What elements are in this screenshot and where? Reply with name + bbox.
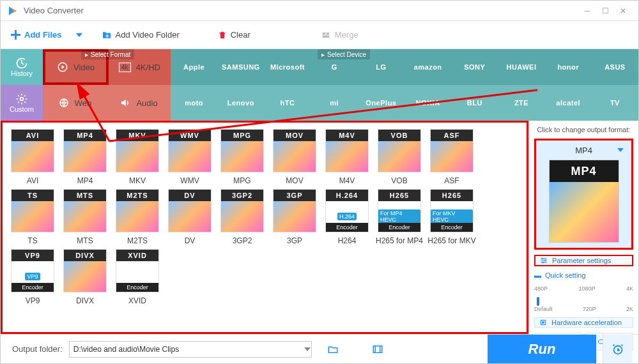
chip-icon [539,318,548,327]
toolbar: Add Files Add Video Folder Clear Merge [1,21,638,49]
quick-setting-header: ▬ Quick setting [534,271,633,279]
brand-nokia[interactable]: NOKIA [404,85,451,121]
app-title: Video Converter [24,6,578,15]
format-vob[interactable]: VOBVOB [374,129,424,185]
format-m2ts[interactable]: M2TSM2TS [112,189,162,245]
current-format-label: MP4 [575,146,592,155]
folder-plus-icon [102,30,112,40]
format-avi[interactable]: AVIAVI [8,129,58,185]
add-folder-label: Add Video Folder [116,30,180,40]
format-asf[interactable]: ASFASF [427,129,477,185]
brand-alcatel[interactable]: alcatel [545,85,592,121]
brand-samsung[interactable]: SAMSUNG [217,49,264,85]
add-folder-button[interactable]: Add Video Folder [95,24,186,47]
format-mkv[interactable]: MKVMKV [112,129,162,185]
output-folder-input[interactable] [69,341,312,358]
format-xvid[interactable]: XVIDEncoderXVID [112,249,162,305]
brand-oneplus[interactable]: OnePlus [358,85,404,121]
brand-apple[interactable]: Apple [171,49,217,85]
history-icon [15,57,28,70]
svg-point-3 [542,258,543,259]
brand-htc[interactable]: hTC [264,85,311,121]
format-dv[interactable]: DVDV [165,189,215,245]
gear-icon [15,93,28,105]
sliders-icon [539,256,548,265]
tab-web[interactable]: Web [43,85,107,121]
dash-icon: ▬ [534,271,541,279]
brand-mi[interactable]: mi [311,85,358,121]
hardware-acceleration-button[interactable]: Hardware acceleration [534,317,633,328]
film-button[interactable] [368,340,387,359]
svg-rect-7 [542,321,544,324]
brand-blu[interactable]: BLU [451,85,498,121]
slider-knob[interactable] [537,297,539,306]
brand-huawei[interactable]: HUAWEI [498,49,544,85]
custom-pill[interactable]: Custom [1,85,43,121]
format-mp4[interactable]: MP4MP4 [60,129,110,185]
open-folder-button[interactable] [323,340,343,359]
history-pill[interactable]: History [1,49,43,85]
current-format-row[interactable]: MP4 [539,143,629,157]
format-label: 3GP2 [233,236,252,245]
format-3gp2[interactable]: 3GP23GP2 [217,189,267,245]
chevron-down-icon [617,148,624,152]
tab-4khd-label: 4K/HD [136,63,160,72]
format-h265-for-mkv[interactable]: H265For MKV HEVCEncoderH265 for MKV [427,189,477,245]
add-files-label: Add Files [24,30,62,40]
format-m4v[interactable]: M4VM4V [322,129,372,185]
brand-honor[interactable]: honor [545,49,592,85]
brand-tv[interactable]: TV [592,85,638,121]
clear-button[interactable]: Clear [212,24,257,47]
clear-label: Clear [231,30,250,40]
output-thumb-bar: MP4 [550,160,619,182]
format-ts[interactable]: TSTS [8,189,58,245]
chevron-down-icon[interactable] [304,347,311,351]
format-label: 3GP [287,236,302,245]
brand-lenovo[interactable]: Lenovo [217,85,264,121]
category-strip: History Custom ▸ Select Format ▸ Select … [1,49,638,121]
brand-amazon[interactable]: amazon [404,49,451,85]
quality-ticks-bottom: Default720P2K [534,306,633,312]
format-3gp[interactable]: 3GP3GP [270,189,320,245]
folder-open-icon [327,344,339,355]
svg-point-4 [544,260,546,261]
brand-sony[interactable]: SONY [451,49,498,85]
format-vp9[interactable]: VP9VP9EncoderVP9 [8,249,58,305]
format-mpg[interactable]: MPGMPG [217,129,267,185]
run-button[interactable]: Run [488,335,596,364]
format-h265-for-mp4[interactable]: H265For MP4 HEVCEncoderH265 for MP4 [374,189,424,245]
close-button[interactable]: ✕ [614,2,632,20]
custom-label: Custom [10,105,34,113]
brand-strip-2: motoLenovohTCmiOnePlusNOKIABLUZTEalcatel… [171,85,638,121]
format-label: VP9 [26,296,40,305]
format-label: MP4 [77,176,93,185]
brand-moto[interactable]: moto [171,85,217,121]
tab-web-label: Web [75,98,92,108]
format-grid-wrap: AVIAVIMP4MP4MKVMKVWMVWMVMPGMPGMOVMOVM4VM… [1,121,528,334]
schedule-button[interactable] [603,335,632,364]
add-files-button[interactable]: Add Files [4,24,89,47]
format-mts[interactable]: MTSMTS [60,189,110,245]
maximize-button[interactable]: ☐ [596,2,614,20]
merge-button[interactable]: Merge [314,24,365,47]
hwaccel-label: Hardware acceleration [551,319,622,326]
format-label: MOV [286,176,303,185]
brand-zte[interactable]: ZTE [498,85,544,121]
fourk-icon: 4k [119,63,131,72]
quality-ticks-top: 480P1080P4K [534,285,633,292]
select-device-header: ▸ Select Device [318,49,370,59]
minimize-button[interactable]: ─ [578,2,596,20]
tab-audio[interactable]: Audio [107,85,171,121]
cat-row-2: Web Audio motoLenovohTCmiOnePlusNOKIABLU… [43,85,638,121]
svg-rect-9 [373,345,382,353]
format-mov[interactable]: MOVMOV [270,129,320,185]
format-label: H265 for MP4 [376,236,423,245]
output-format-box[interactable]: MP4 MP4 [534,139,633,250]
format-divx[interactable]: DIVXDIVX [60,249,110,305]
brand-asus[interactable]: ASUS [592,49,638,85]
brand-microsoft[interactable]: Microsoft [264,49,311,85]
category-main: ▸ Select Format ▸ Select Device Video 4k… [43,49,638,121]
format-wmv[interactable]: WMVWMV [165,129,215,185]
format-h264[interactable]: H.264H.264EncoderH264 [322,189,372,245]
parameter-settings-button[interactable]: Parameter settings [534,255,633,266]
